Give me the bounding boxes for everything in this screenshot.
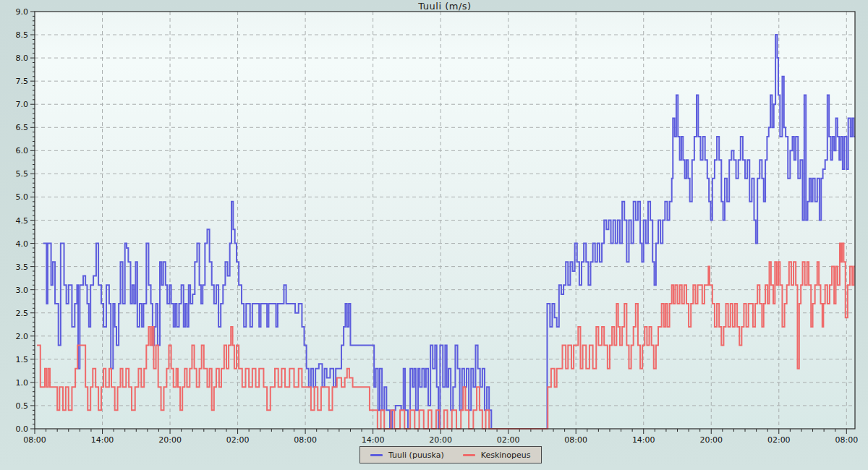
svg-text:9.0: 9.0 xyxy=(16,7,29,17)
svg-text:6.5: 6.5 xyxy=(16,123,29,132)
svg-text:1.5: 1.5 xyxy=(16,355,29,364)
chart-title: Tuuli (m/s) xyxy=(35,1,855,12)
svg-text:0.0: 0.0 xyxy=(16,424,29,434)
svg-text:8.0: 8.0 xyxy=(16,54,29,63)
svg-text:2.5: 2.5 xyxy=(16,309,29,318)
legend-item-average: Keskinopeus xyxy=(463,450,531,460)
chart-legend: Tuuli (puuska) Keskinopeus xyxy=(359,446,542,463)
svg-text:4.0: 4.0 xyxy=(16,239,29,249)
svg-text:5.0: 5.0 xyxy=(16,192,29,202)
svg-text:3.5: 3.5 xyxy=(16,262,29,272)
svg-text:02:00: 02:00 xyxy=(226,435,250,445)
gust-line-swatch-icon xyxy=(370,454,383,456)
svg-text:14:00: 14:00 xyxy=(632,435,655,445)
svg-text:7.5: 7.5 xyxy=(16,77,29,86)
svg-text:8.5: 8.5 xyxy=(16,30,29,40)
svg-text:0.5: 0.5 xyxy=(16,401,29,411)
svg-text:20:00: 20:00 xyxy=(158,435,182,445)
svg-text:5.5: 5.5 xyxy=(16,169,29,179)
svg-text:2.0: 2.0 xyxy=(16,332,29,341)
svg-text:20:00: 20:00 xyxy=(429,435,452,445)
svg-text:08:00: 08:00 xyxy=(294,435,317,445)
svg-text:08:00: 08:00 xyxy=(835,435,858,445)
wind-chart-plot: 0.00.51.01.52.02.53.03.54.04.55.05.56.06… xyxy=(0,0,868,470)
svg-text:4.5: 4.5 xyxy=(16,216,29,226)
wind-chart-page: 0.00.51.01.52.02.53.03.54.04.55.05.56.06… xyxy=(0,0,868,470)
svg-text:14:00: 14:00 xyxy=(362,435,385,445)
legend-label-gust: Tuuli (puuska) xyxy=(388,450,444,460)
svg-text:3.0: 3.0 xyxy=(16,286,29,295)
svg-text:14:00: 14:00 xyxy=(91,435,114,445)
legend-item-gust: Tuuli (puuska) xyxy=(370,450,444,460)
svg-text:08:00: 08:00 xyxy=(564,435,587,445)
svg-text:6.0: 6.0 xyxy=(16,146,29,155)
svg-text:02:00: 02:00 xyxy=(497,435,520,445)
svg-text:7.0: 7.0 xyxy=(16,100,29,109)
average-line-swatch-icon xyxy=(463,454,475,456)
legend-label-average: Keskinopeus xyxy=(481,450,531,460)
svg-text:1.0: 1.0 xyxy=(16,378,29,388)
svg-text:02:00: 02:00 xyxy=(767,435,791,445)
svg-text:20:00: 20:00 xyxy=(699,435,723,445)
svg-text:08:00: 08:00 xyxy=(23,435,46,445)
